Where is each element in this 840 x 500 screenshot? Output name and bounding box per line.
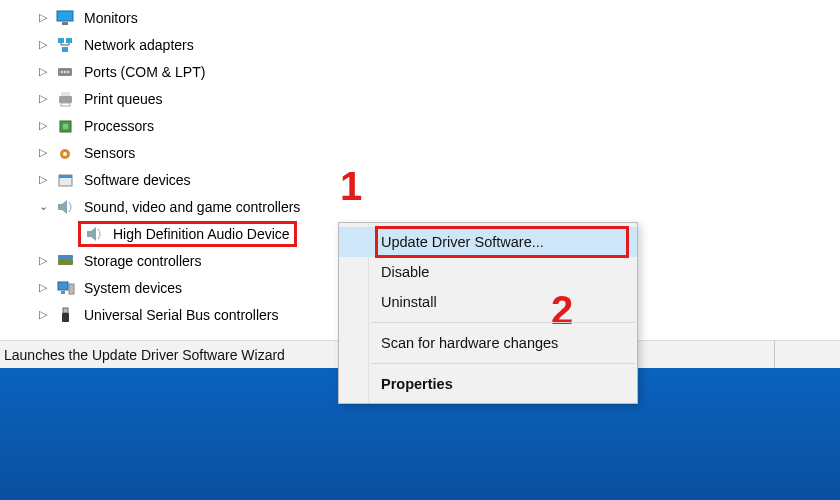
system-icon xyxy=(56,279,76,297)
caret-right-icon[interactable]: ▷ xyxy=(36,92,50,105)
tree-item-network[interactable]: ▷ Network adapters xyxy=(0,31,840,58)
caret-right-icon[interactable]: ▷ xyxy=(36,308,50,321)
tree-item-sound[interactable]: ⌄ Sound, video and game controllers xyxy=(0,193,840,220)
svg-rect-11 xyxy=(61,103,70,106)
tree-item-label: Sound, video and game controllers xyxy=(84,199,300,215)
svg-marker-19 xyxy=(87,227,96,241)
caret-right-icon[interactable]: ▷ xyxy=(36,281,50,294)
tree-item-label: Network adapters xyxy=(84,37,194,53)
status-text: Launches the Update Driver Software Wiza… xyxy=(4,347,285,363)
tree-item-ports[interactable]: ▷ Ports (COM & LPT) xyxy=(0,58,840,85)
menu-disable[interactable]: Disable xyxy=(339,257,637,287)
software-icon xyxy=(56,171,76,189)
svg-rect-22 xyxy=(58,282,68,290)
caret-right-icon[interactable]: ▷ xyxy=(36,65,50,78)
menu-uninstall[interactable]: Uninstall xyxy=(339,287,637,317)
menu-scan[interactable]: Scan for hardware changes xyxy=(339,328,637,358)
speaker-icon xyxy=(56,198,76,216)
svg-rect-25 xyxy=(63,308,68,313)
cpu-icon xyxy=(56,117,76,135)
tree-item-label: Software devices xyxy=(84,172,191,188)
printer-icon xyxy=(56,90,76,108)
tree-item-label: Processors xyxy=(84,118,154,134)
menu-update-driver[interactable]: Update Driver Software... xyxy=(339,227,637,257)
svg-point-8 xyxy=(67,71,69,73)
tree-item-software[interactable]: ▷ Software devices xyxy=(0,166,840,193)
caret-right-icon[interactable]: ▷ xyxy=(36,119,50,132)
svg-rect-17 xyxy=(59,175,72,178)
svg-rect-10 xyxy=(61,92,70,96)
svg-rect-20 xyxy=(58,259,73,265)
svg-rect-1 xyxy=(62,22,68,25)
svg-rect-13 xyxy=(63,124,68,129)
menu-properties[interactable]: Properties xyxy=(339,369,637,399)
menu-separator xyxy=(371,322,635,323)
menu-item-label: Disable xyxy=(381,264,429,280)
tree-item-processors[interactable]: ▷ Processors xyxy=(0,112,840,139)
svg-rect-24 xyxy=(69,284,74,294)
speaker-icon xyxy=(85,225,105,243)
menu-separator xyxy=(371,363,635,364)
svg-rect-3 xyxy=(66,38,72,43)
annotation-1: 1 xyxy=(340,164,362,209)
tree-item-label: Sensors xyxy=(84,145,135,161)
context-menu: Update Driver Software... Disable Uninst… xyxy=(338,222,638,404)
svg-rect-26 xyxy=(62,313,69,322)
tree-item-label: Ports (COM & LPT) xyxy=(84,64,205,80)
svg-point-15 xyxy=(63,152,67,156)
network-icon xyxy=(56,36,76,54)
tree-item-sensors[interactable]: ▷ Sensors xyxy=(0,139,840,166)
svg-point-6 xyxy=(61,71,63,73)
svg-rect-9 xyxy=(59,96,72,103)
storage-icon xyxy=(56,252,76,270)
svg-rect-23 xyxy=(61,291,65,294)
tree-item-printqueues[interactable]: ▷ Print queues xyxy=(0,85,840,112)
statusbar-divider xyxy=(774,340,775,368)
caret-right-icon[interactable]: ▷ xyxy=(36,254,50,267)
caret-down-icon[interactable]: ⌄ xyxy=(36,200,50,213)
tree-item-label: Monitors xyxy=(84,10,138,26)
menu-item-label: Uninstall xyxy=(381,294,437,310)
menu-item-label: Properties xyxy=(381,376,453,392)
tree-item-label: Universal Serial Bus controllers xyxy=(84,307,279,323)
sensor-icon xyxy=(56,144,76,162)
monitor-icon xyxy=(56,9,76,27)
svg-rect-0 xyxy=(57,11,73,21)
menu-item-label: Scan for hardware changes xyxy=(381,335,558,351)
tree-item-label: System devices xyxy=(84,280,182,296)
usb-icon xyxy=(56,306,76,324)
svg-marker-18 xyxy=(58,200,67,214)
tree-item-monitors[interactable]: ▷ Monitors xyxy=(0,4,840,31)
svg-rect-2 xyxy=(58,38,64,43)
svg-rect-4 xyxy=(62,47,68,52)
tree-item-label: High Definition Audio Device xyxy=(113,226,290,242)
svg-point-7 xyxy=(64,71,66,73)
menu-item-label: Update Driver Software... xyxy=(381,234,544,250)
highlight-box-1: High Definition Audio Device xyxy=(78,221,297,247)
caret-right-icon[interactable]: ▷ xyxy=(36,173,50,186)
caret-right-icon[interactable]: ▷ xyxy=(36,11,50,24)
tree-item-label: Storage controllers xyxy=(84,253,202,269)
caret-right-icon[interactable]: ▷ xyxy=(36,38,50,51)
caret-right-icon[interactable]: ▷ xyxy=(36,146,50,159)
tree-item-label: Print queues xyxy=(84,91,163,107)
port-icon xyxy=(56,63,76,81)
svg-rect-21 xyxy=(58,255,73,259)
